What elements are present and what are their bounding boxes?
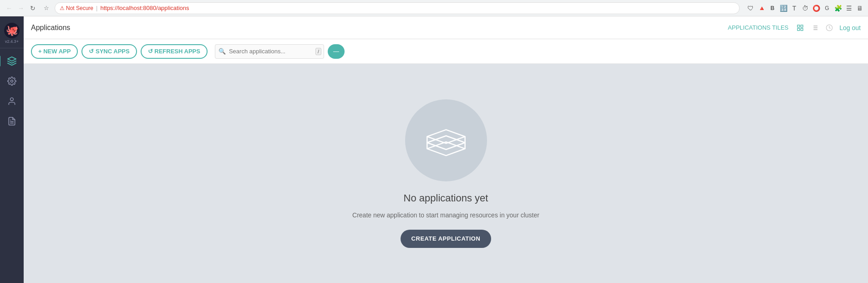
user-icon: [7, 97, 16, 106]
refresh-apps-button[interactable]: ↺ REFRESH APPS: [141, 44, 208, 59]
view-toggle: [794, 21, 836, 34]
logout-button[interactable]: Log out: [839, 24, 861, 31]
topbar-right: APPLICATIONS TILES: [728, 21, 861, 34]
ext-timer-icon[interactable]: ⏱: [801, 4, 810, 13]
search-wrapper: 🔍 /: [215, 44, 324, 59]
loading-indicator: [823, 21, 836, 34]
empty-subtitle: Create new application to start managing…: [352, 211, 539, 219]
stack-illustration: [423, 118, 469, 163]
address-bar: ⚠ Not Secure | https://localhost:8080/ap…: [55, 2, 740, 14]
search-icon: 🔍: [218, 48, 226, 55]
ext-translate-icon[interactable]: T: [790, 4, 799, 13]
svg-marker-0: [8, 57, 16, 61]
svg-point-1: [11, 80, 13, 82]
ext-warning-icon[interactable]: 🔺: [757, 4, 766, 13]
main-content: Applications APPLICATIONS TILES: [24, 16, 868, 283]
nav-buttons: ← → ↻: [4, 3, 38, 14]
empty-icon-circle: [405, 99, 487, 181]
grid-view-button[interactable]: [794, 21, 807, 34]
create-application-button[interactable]: CREATE APPLICATION: [401, 230, 492, 248]
brave-shield-icon[interactable]: 🛡: [746, 4, 755, 13]
sidebar-item-settings[interactable]: [3, 72, 21, 90]
browser-extensions: 🛡 🔺 B 🔢 T ⏱ ⭕ G 🧩 ☰ 🖥: [746, 4, 864, 13]
sidebar: 🐙 v2.4.3+: [0, 16, 24, 283]
browser-chrome: ← → ↻ ☆ ⚠ Not Secure | https://localhost…: [0, 0, 868, 16]
grid-icon: [797, 24, 804, 31]
svg-rect-7: [797, 28, 800, 31]
active-indicator: [0, 56, 0, 67]
warning-icon: ⚠: [60, 5, 65, 11]
not-secure-indicator: ⚠ Not Secure: [60, 5, 93, 11]
sync-apps-button[interactable]: ↺ SYNC APPS: [81, 44, 137, 59]
docs-icon: [7, 117, 16, 126]
sidebar-item-applications[interactable]: [3, 52, 21, 70]
octopus-logo: 🐙: [4, 23, 20, 38]
filter-button[interactable]: —: [328, 44, 345, 59]
ext-puzzle-icon[interactable]: 🧩: [833, 4, 843, 13]
ext-circle-icon[interactable]: ⭕: [812, 4, 821, 13]
gear-icon: [7, 77, 16, 86]
back-button[interactable]: ←: [4, 3, 15, 14]
svg-rect-8: [801, 28, 803, 31]
sidebar-logo: 🐙 v2.4.3+: [0, 16, 24, 48]
loader-icon: [826, 24, 833, 31]
empty-state: No applications yet Create new applicati…: [24, 64, 868, 283]
list-icon: [811, 24, 818, 31]
sidebar-nav: [0, 48, 24, 130]
empty-title: No applications yet: [404, 192, 488, 204]
forward-button[interactable]: →: [15, 3, 26, 14]
search-input[interactable]: [215, 44, 324, 59]
version-label: v2.4.3+: [5, 39, 19, 44]
ext-b-icon[interactable]: B: [768, 4, 777, 13]
svg-rect-6: [801, 25, 803, 27]
app-wrapper: 🐙 v2.4.3+: [0, 16, 868, 283]
toolbar: + NEW APP ↺ SYNC APPS ↺ REFRESH APPS 🔍 /…: [24, 39, 868, 64]
ext-menu-icon[interactable]: ☰: [844, 4, 853, 13]
ext-number-icon[interactable]: 🔢: [779, 4, 788, 13]
sidebar-item-user[interactable]: [3, 92, 21, 110]
svg-rect-5: [797, 25, 800, 27]
view-tiles-label: APPLICATIONS TILES: [728, 24, 788, 31]
layers-icon: [7, 56, 17, 66]
sidebar-item-docs[interactable]: [3, 112, 21, 130]
ext-monitor-icon[interactable]: 🖥: [855, 4, 864, 13]
url-display: https://localhost:8080/applications: [100, 5, 189, 11]
new-app-button[interactable]: + NEW APP: [31, 44, 78, 59]
svg-point-2: [10, 98, 14, 101]
search-shortcut-key: /: [315, 48, 321, 55]
topbar: Applications APPLICATIONS TILES: [24, 16, 868, 39]
page-title: Applications: [31, 24, 70, 32]
topbar-left: Applications: [31, 24, 70, 32]
reload-button[interactable]: ↻: [27, 3, 38, 14]
ext-g-icon[interactable]: G: [822, 4, 832, 13]
list-view-button[interactable]: [808, 21, 821, 34]
bookmark-button[interactable]: ☆: [41, 3, 52, 14]
